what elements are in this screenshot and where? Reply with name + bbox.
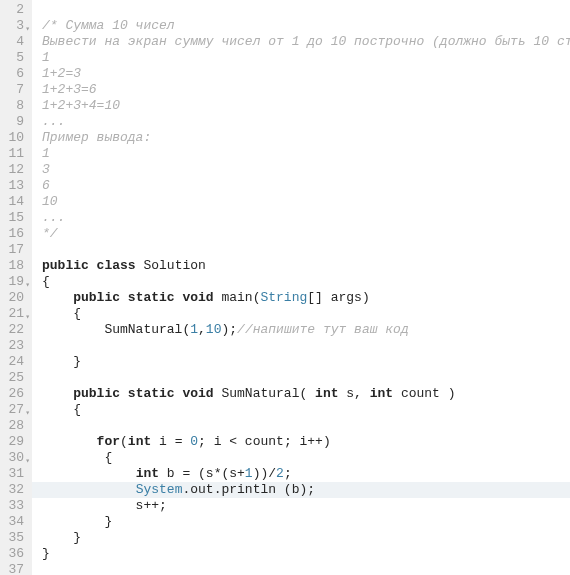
line-number: 31 xyxy=(6,466,24,482)
token: 1 xyxy=(42,50,50,65)
code-line[interactable]: 1+2=3 xyxy=(42,66,570,82)
code-line[interactable]: ... xyxy=(42,210,570,226)
code-line[interactable]: ... xyxy=(42,114,570,130)
fold-arrow-icon[interactable]: ▾ xyxy=(25,21,30,37)
line-number: 9 xyxy=(6,114,24,130)
fold-arrow-icon[interactable]: ▾ xyxy=(25,453,30,469)
token: Solution xyxy=(136,258,206,273)
token: ); xyxy=(221,322,237,337)
line-number: 2 xyxy=(6,2,24,18)
code-line[interactable]: } xyxy=(42,530,570,546)
code-area[interactable]: /* Сумма 10 чиселВывести на экран сумму … xyxy=(32,0,570,575)
line-number: 28 xyxy=(6,418,24,434)
code-line[interactable]: } xyxy=(42,546,570,562)
line-number: 35 xyxy=(6,530,24,546)
code-line[interactable]: public class Solution xyxy=(42,258,570,274)
code-line[interactable] xyxy=(42,242,570,258)
line-number: 21▾ xyxy=(6,306,24,322)
code-line[interactable]: /* Сумма 10 чисел xyxy=(42,18,570,34)
code-line[interactable]: 1 xyxy=(42,50,570,66)
code-line[interactable]: { xyxy=(42,274,570,290)
line-gutter: 23▾45678910111213141516171819▾2021▾22232… xyxy=(0,0,32,575)
token: SumNatural( xyxy=(214,386,315,401)
token: { xyxy=(42,274,50,289)
token: 1+2+3+4=10 xyxy=(42,98,120,113)
code-line[interactable]: Пример вывода: xyxy=(42,130,570,146)
line-number: 27▾ xyxy=(6,402,24,418)
token: /* Сумма 10 чисел xyxy=(42,18,175,33)
token: { xyxy=(42,306,81,321)
token: { xyxy=(42,450,112,465)
code-line[interactable] xyxy=(42,370,570,386)
line-number: 37 xyxy=(6,562,24,575)
token: s++; xyxy=(42,498,167,513)
line-number: 7 xyxy=(6,82,24,98)
line-number: 16 xyxy=(6,226,24,242)
line-number: 17 xyxy=(6,242,24,258)
line-number: 15 xyxy=(6,210,24,226)
code-line[interactable]: public static void main(String[] args) xyxy=(42,290,570,306)
code-line[interactable]: int b = (s*(s+1))/2; xyxy=(42,466,570,482)
code-editor[interactable]: 23▾45678910111213141516171819▾2021▾22232… xyxy=(0,0,570,575)
token: } xyxy=(42,354,81,369)
token xyxy=(42,290,73,305)
code-line[interactable]: public static void SumNatural( int s, in… xyxy=(42,386,570,402)
code-line[interactable]: 10 xyxy=(42,194,570,210)
token xyxy=(42,466,136,481)
token: b = (s*(s+ xyxy=(159,466,245,481)
code-line[interactable] xyxy=(42,338,570,354)
token: String xyxy=(260,290,307,305)
line-number: 30▾ xyxy=(6,450,24,466)
token: 1 xyxy=(190,322,198,337)
code-line[interactable]: 6 xyxy=(42,178,570,194)
token: ( xyxy=(120,434,128,449)
token: int xyxy=(370,386,393,401)
code-line[interactable] xyxy=(42,2,570,18)
code-line[interactable]: */ xyxy=(42,226,570,242)
token: SumNatural( xyxy=(42,322,190,337)
token: int xyxy=(315,386,338,401)
code-line[interactable]: { xyxy=(42,450,570,466)
code-line[interactable]: 1 xyxy=(42,146,570,162)
token xyxy=(42,434,97,449)
code-line[interactable]: 1+2+3=6 xyxy=(42,82,570,98)
code-line[interactable]: s++; xyxy=(42,498,570,514)
token: ; xyxy=(284,466,292,481)
code-line[interactable] xyxy=(42,418,570,434)
code-line[interactable]: for(int i = 0; i < count; i++) xyxy=(42,434,570,450)
line-number: 5 xyxy=(6,50,24,66)
token: System xyxy=(136,482,183,497)
line-number: 25 xyxy=(6,370,24,386)
fold-arrow-icon[interactable]: ▾ xyxy=(25,309,30,325)
line-number: 8 xyxy=(6,98,24,114)
code-line[interactable]: 1+2+3+4=10 xyxy=(42,98,570,114)
line-number: 13 xyxy=(6,178,24,194)
token: i = xyxy=(151,434,190,449)
fold-arrow-icon[interactable]: ▾ xyxy=(25,277,30,293)
code-line[interactable] xyxy=(42,562,570,575)
code-line[interactable]: System.out.println (b); xyxy=(32,482,570,498)
line-number: 24 xyxy=(6,354,24,370)
token: [] args) xyxy=(307,290,369,305)
code-line[interactable]: Вывести на экран сумму чисел от 1 до 10 … xyxy=(42,34,570,50)
line-number: 36 xyxy=(6,546,24,562)
token: } xyxy=(42,530,81,545)
token: { xyxy=(42,402,81,417)
token: s, xyxy=(338,386,369,401)
token: //напишите тут ваш код xyxy=(237,322,409,337)
code-line[interactable]: SumNatural(1,10);//напишите тут ваш код xyxy=(42,322,570,338)
token xyxy=(42,482,136,497)
line-number: 23 xyxy=(6,338,24,354)
code-line[interactable]: { xyxy=(42,306,570,322)
code-line[interactable]: } xyxy=(42,354,570,370)
code-line[interactable]: { xyxy=(42,402,570,418)
token: 1 xyxy=(42,146,50,161)
fold-arrow-icon[interactable]: ▾ xyxy=(25,405,30,421)
code-line[interactable]: } xyxy=(42,514,570,530)
token: ; i < count; i++) xyxy=(198,434,331,449)
token: public class xyxy=(42,258,136,273)
code-line[interactable]: 3 xyxy=(42,162,570,178)
token: int xyxy=(128,434,151,449)
token: } xyxy=(42,546,50,561)
token: , xyxy=(198,322,206,337)
